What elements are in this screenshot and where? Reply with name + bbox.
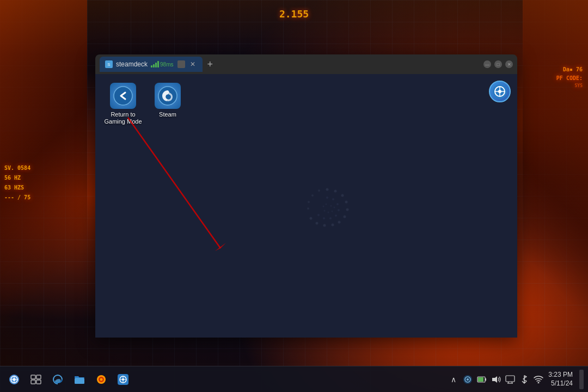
- svg-point-14: [332, 198, 334, 200]
- svg-point-31: [326, 204, 327, 205]
- wifi-tray-icon[interactable]: [533, 374, 544, 385]
- steam-icon-img: [155, 83, 181, 109]
- svg-rect-62: [478, 377, 483, 382]
- steam-tray-icon[interactable]: [462, 374, 473, 385]
- svg-point-68: [538, 382, 540, 383]
- svg-rect-44: [31, 375, 35, 379]
- svg-point-9: [332, 224, 334, 226]
- svg-point-23: [308, 201, 310, 203]
- browser-content: Return toGaming Mode Steam: [95, 74, 517, 338]
- volume-tray-icon[interactable]: [491, 374, 501, 385]
- svg-point-26: [334, 207, 335, 209]
- clock-date: 5/11/24: [548, 379, 573, 388]
- teamviewer-taskbar-icon: [118, 374, 128, 385]
- return-icon-svg: [113, 86, 133, 106]
- svg-point-59: [467, 378, 469, 381]
- svg-point-13: [326, 197, 328, 199]
- display-icon-svg: [505, 375, 515, 384]
- signal-bar-3: [155, 63, 157, 68]
- maximize-button[interactable]: □: [494, 60, 502, 68]
- tray-expand-btn[interactable]: ∧: [448, 374, 459, 385]
- hud-left-line3: 63 HZS: [4, 183, 30, 193]
- return-gaming-icon[interactable]: Return toGaming Mode: [104, 83, 142, 125]
- tab-close-btn[interactable]: ✕: [188, 60, 197, 69]
- signal-bar-4: [157, 61, 159, 68]
- browser-titlebar: S steamdeck 98ms ✕ + —: [95, 54, 517, 74]
- steam-label: Steam: [159, 111, 176, 118]
- svg-point-11: [316, 222, 318, 225]
- svg-point-15: [336, 203, 339, 205]
- firefox-button[interactable]: [91, 370, 111, 389]
- svg-point-4: [341, 194, 344, 197]
- svg-point-0: [114, 87, 132, 105]
- svg-rect-48: [75, 378, 84, 384]
- user-avatar[interactable]: [489, 81, 511, 102]
- svg-line-37: [128, 118, 220, 248]
- steam-icon[interactable]: Steam: [149, 83, 187, 118]
- svg-point-16: [338, 209, 340, 211]
- hud-left-line2: 56 HZ: [4, 173, 30, 183]
- svg-point-25: [330, 205, 332, 207]
- svg-rect-45: [36, 375, 41, 379]
- signal-bar-2: [153, 64, 155, 68]
- minimize-button[interactable]: —: [483, 60, 491, 68]
- svg-point-12: [310, 217, 313, 220]
- new-tab-button[interactable]: +: [205, 59, 215, 70]
- tab-title: steamdeck: [116, 60, 148, 68]
- volume-icon-svg: [491, 375, 501, 384]
- hud-right-line1: Da▪ 76: [556, 65, 583, 74]
- hud-right-text: Da▪ 76 PF CODE: SYS: [556, 65, 583, 90]
- start-icon-svg: [9, 374, 20, 385]
- svg-point-29: [324, 210, 326, 212]
- clock-time: 3:23 PM: [548, 371, 573, 379]
- close-button[interactable]: ✕: [505, 60, 513, 68]
- tab-extra-icon: [177, 60, 185, 68]
- files-icon-svg: [74, 375, 85, 384]
- clock-display[interactable]: 3:23 PM 5/11/24: [548, 371, 573, 388]
- files-button[interactable]: [70, 370, 89, 389]
- return-gaming-icon-img: [110, 83, 136, 109]
- battery-icon-svg: [477, 376, 487, 383]
- display-tray-icon[interactable]: [505, 374, 516, 385]
- svg-rect-46: [31, 380, 35, 384]
- taskbar-right: ∧: [448, 370, 584, 389]
- hud-top-value: 2.155: [279, 8, 309, 20]
- svg-rect-47: [36, 380, 41, 384]
- svg-point-2: [326, 188, 329, 191]
- svg-point-8: [338, 221, 341, 224]
- bluetooth-icon-svg: [521, 375, 528, 384]
- svg-point-27: [332, 211, 333, 212]
- svg-point-6: [346, 209, 349, 211]
- hud-right-line3: SYS: [556, 83, 583, 90]
- deco-right: [523, 0, 588, 392]
- hud-left-line1: SV. 0584: [4, 163, 30, 173]
- firefox-icon-svg: [96, 374, 107, 385]
- signal-bar-1: [151, 65, 152, 68]
- task-view-button[interactable]: [26, 370, 46, 389]
- start-button[interactable]: [4, 370, 24, 389]
- svg-point-1: [158, 87, 177, 105]
- svg-marker-63: [492, 376, 497, 383]
- bluetooth-tray-icon[interactable]: [519, 374, 530, 385]
- signal-bars: [151, 61, 159, 68]
- svg-point-22: [311, 194, 314, 197]
- show-desktop-button[interactable]: [579, 370, 584, 389]
- svg-rect-61: [485, 378, 486, 381]
- steam-tray-svg: [463, 375, 473, 384]
- return-gaming-label: Return toGaming Mode: [104, 111, 142, 125]
- browser-tab-active[interactable]: S steamdeck 98ms ✕: [100, 57, 203, 72]
- avatar-icon-svg: [492, 84, 507, 99]
- taskbar: ∧: [0, 366, 588, 392]
- hud-left-text: SV. 0584 56 HZ 63 HZS --- / 75: [4, 163, 30, 203]
- teamviewer-pinned-button[interactable]: [113, 370, 133, 389]
- edge-browser-button[interactable]: [48, 370, 68, 389]
- svg-rect-64: [506, 376, 514, 382]
- steam-center-logo: [292, 170, 363, 241]
- steam-app-icon-svg: [158, 86, 177, 106]
- svg-point-24: [307, 207, 309, 210]
- svg-point-21: [318, 189, 320, 192]
- tab-area: S steamdeck 98ms ✕ +: [100, 57, 480, 72]
- battery-tray-icon[interactable]: [476, 374, 487, 385]
- svg-point-5: [345, 201, 348, 204]
- svg-point-7: [344, 216, 346, 218]
